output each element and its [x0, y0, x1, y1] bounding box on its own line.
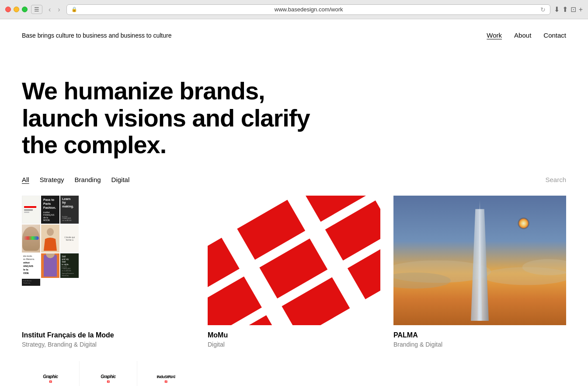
- site-nav: Work About Contact: [487, 32, 566, 39]
- graphic-cell-3: INduStRIAl 🇨🇭: [137, 361, 195, 386]
- traffic-lights: [5, 7, 28, 12]
- back-button[interactable]: ‹: [46, 5, 53, 14]
- nav-work[interactable]: Work: [487, 32, 502, 39]
- page-content: Base brings culture to business and busi…: [0, 19, 588, 386]
- address-bar[interactable]: 🔒 www.basedesign.com/work ↻: [66, 4, 550, 15]
- sidebar-toggle-button[interactable]: ☰: [31, 5, 42, 14]
- svg-rect-1: [24, 209, 33, 211]
- graphic-cell-2: Graphic 🇨🇭: [80, 361, 137, 386]
- fullscreen-button[interactable]: ⊡: [571, 5, 576, 14]
- svg-point-15: [495, 211, 536, 252]
- filter-digital[interactable]: Digital: [111, 176, 130, 183]
- work-title-momu: MoMu: [208, 331, 380, 339]
- close-button[interactable]: [5, 7, 11, 12]
- nav-contact[interactable]: Contact: [543, 32, 566, 39]
- graphic-cell-1: Graphic 🇨🇭: [22, 361, 79, 386]
- svg-rect-0: [24, 206, 36, 208]
- forward-button[interactable]: ›: [55, 5, 63, 14]
- thumbnail-ifm: Pass to Paris Fashion. institutFRANÇAISd…: [22, 196, 195, 325]
- refresh-button[interactable]: ↻: [540, 6, 546, 13]
- work-tags-ifm: Strategy, Branding & Digital: [22, 341, 195, 348]
- thumbnail-momu: [208, 196, 380, 325]
- hero-headline: We humanize brands, launch visions and c…: [22, 77, 328, 158]
- browser-actions: ⬇ ⬆ ⊡ +: [554, 5, 583, 14]
- work-item-palma[interactable]: PALMA Branding & Digital: [393, 196, 566, 348]
- thumbnail-graphic: Graphic 🇨🇭 Graphic 🇨🇭 INduStRIAl: [22, 361, 195, 386]
- work-tags-palma: Branding & Digital: [393, 341, 566, 348]
- work-item-placeholder-2: [208, 361, 380, 386]
- work-tags-momu: Digital: [208, 341, 380, 348]
- share-button[interactable]: ⬆: [562, 5, 568, 14]
- filter-branding[interactable]: Branding: [75, 176, 101, 183]
- work-title-palma: PALMA: [393, 331, 566, 339]
- work-item-placeholder-3: [393, 361, 566, 386]
- site-tagline: Base brings culture to business and busi…: [22, 32, 171, 39]
- browser-chrome: ☰ ‹ › 🔒 www.basedesign.com/work ↻ ⬇ ⬆ ⊡ …: [0, 0, 588, 19]
- work-grid-bottom: Graphic 🇨🇭 Graphic 🇨🇭 INduStRIAl: [0, 348, 588, 386]
- filter-all[interactable]: All: [22, 176, 29, 183]
- filter-strategy[interactable]: Strategy: [40, 176, 64, 183]
- maximize-button[interactable]: [22, 7, 28, 12]
- work-grid: Pass to Paris Fashion. institutFRANÇAISd…: [0, 196, 588, 348]
- minimize-button[interactable]: [14, 7, 19, 12]
- work-item-graphic[interactable]: Graphic 🇨🇭 Graphic 🇨🇭 INduStRIAl: [22, 361, 195, 386]
- nav-about[interactable]: About: [514, 32, 531, 39]
- search-label[interactable]: Search: [545, 176, 566, 183]
- hero-section: We humanize brands, launch visions and c…: [0, 51, 588, 176]
- download-button[interactable]: ⬇: [554, 5, 560, 14]
- filter-tabs: All Strategy Branding Digital: [22, 176, 129, 183]
- svg-point-3: [47, 228, 54, 236]
- url-text: www.basedesign.com/work: [80, 6, 538, 13]
- new-tab-button[interactable]: +: [579, 6, 583, 14]
- site-header: Base brings culture to business and busi…: [0, 19, 588, 51]
- lock-icon: 🔒: [71, 7, 77, 12]
- work-title-ifm: Institut Français de la Mode: [22, 331, 195, 339]
- thumbnail-palma: [393, 196, 566, 325]
- filter-bar: All Strategy Branding Digital Search: [0, 176, 588, 196]
- work-item-ifm[interactable]: Pass to Paris Fashion. institutFRANÇAISd…: [22, 196, 195, 348]
- svg-rect-2: [24, 212, 29, 213]
- work-item-momu[interactable]: MoMu Digital: [208, 196, 380, 348]
- browser-nav: ‹ ›: [46, 5, 63, 14]
